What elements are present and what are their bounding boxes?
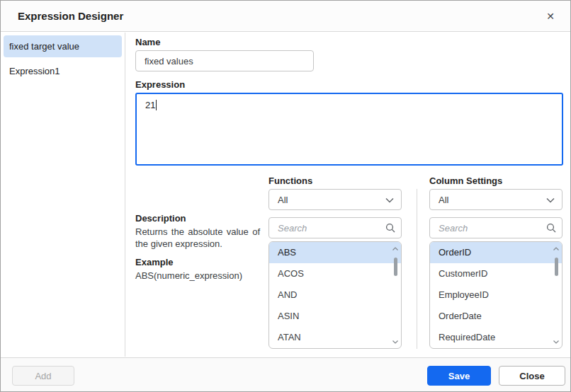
name-input[interactable]	[135, 50, 314, 71]
description-text: Returns the absolute value of the given …	[135, 226, 260, 250]
columns-list: OrderIDCustomerIDEmployeeIDOrderDateRequ…	[429, 241, 562, 349]
functions-scrollbar	[390, 243, 400, 347]
add-button[interactable]: Add	[12, 366, 74, 386]
function-list-item[interactable]: ABS	[269, 242, 401, 263]
columns-scrollbar	[551, 243, 561, 347]
close-icon[interactable]: ✕	[541, 1, 560, 32]
columns-search-input[interactable]	[429, 217, 562, 238]
functions-heading: Functions	[268, 175, 312, 186]
functions-search-input[interactable]	[268, 217, 402, 238]
example-text: ABS(numeric_expression)	[135, 270, 242, 281]
scroll-down-icon[interactable]	[390, 338, 400, 345]
sidebar-item[interactable]: fixed target value	[4, 35, 122, 57]
chevron-down-icon	[546, 197, 555, 203]
expression-value: 21	[145, 100, 155, 110]
scrollbar-thumb[interactable]	[394, 258, 397, 276]
column-settings-heading: Column Settings	[429, 175, 502, 186]
function-list-item[interactable]: ATAN	[269, 327, 401, 348]
function-list-item[interactable]: ASIN	[269, 306, 401, 327]
dialog-title: Expression Designer	[18, 1, 123, 32]
column-list-item[interactable]: OrderDate	[430, 306, 562, 327]
expression-list-sidebar: fixed target valueExpression1	[1, 33, 125, 357]
scrollbar-thumb[interactable]	[555, 258, 558, 276]
functions-list: ABSACOSANDASINATAN	[268, 241, 402, 349]
save-button[interactable]: Save	[427, 366, 491, 386]
functions-category-dropdown[interactable]: All	[268, 189, 402, 210]
name-label: Name	[135, 37, 160, 47]
expression-label: Expression	[135, 79, 185, 90]
functions-category-value: All	[278, 195, 288, 205]
functions-search	[268, 217, 402, 238]
scroll-up-icon[interactable]	[390, 245, 400, 252]
dialog-titlebar: Expression Designer ✕	[1, 1, 570, 32]
close-button[interactable]: Close	[499, 366, 565, 386]
column-divider	[417, 189, 417, 349]
function-list-item[interactable]: AND	[269, 284, 401, 306]
columns-search	[429, 217, 562, 238]
example-heading: Example	[135, 257, 173, 267]
expression-textarea[interactable]: 21	[135, 93, 563, 166]
scroll-up-icon[interactable]	[551, 245, 561, 252]
sidebar-item[interactable]: Expression1	[4, 60, 122, 82]
function-list-item[interactable]: ACOS	[269, 263, 401, 284]
expression-designer-dialog: Expression Designer ✕ fixed target value…	[0, 0, 571, 392]
column-list-item[interactable]: OrderID	[430, 242, 562, 263]
scroll-down-icon[interactable]	[551, 338, 561, 345]
columns-category-dropdown[interactable]: All	[429, 189, 562, 210]
search-icon	[546, 223, 556, 233]
column-list-item[interactable]: RequiredDate	[430, 327, 562, 348]
chevron-down-icon	[385, 197, 394, 203]
columns-category-value: All	[439, 195, 448, 205]
description-heading: Description	[135, 213, 186, 224]
search-icon	[385, 223, 395, 233]
text-caret	[156, 100, 157, 110]
column-list-item[interactable]: EmployeeID	[430, 284, 562, 306]
column-list-item[interactable]: CustomerID	[430, 263, 562, 284]
dialog-footer: Add Save Close	[1, 357, 570, 391]
